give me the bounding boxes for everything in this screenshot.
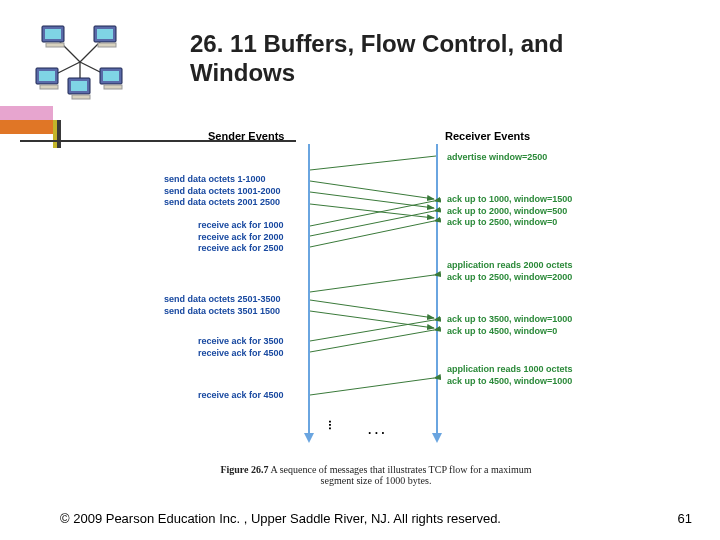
svg-line-25 xyxy=(310,211,434,236)
center-ellipsis: · · · xyxy=(368,426,385,440)
sender-group-3: send data octets 2501-3500send data octe… xyxy=(164,294,281,317)
sender-group-5: receive ack for 4500 xyxy=(198,390,284,402)
sender-group-2: receive ack for 1000receive ack for 2000… xyxy=(198,220,284,255)
figure-caption: Figure 26.7 A sequence of messages that … xyxy=(176,464,576,486)
svg-line-20 xyxy=(310,156,436,170)
svg-line-21 xyxy=(310,181,434,199)
svg-line-31 xyxy=(310,330,434,352)
svg-line-28 xyxy=(310,300,434,318)
svg-line-30 xyxy=(310,320,434,341)
svg-line-29 xyxy=(310,311,434,328)
svg-line-24 xyxy=(310,201,434,226)
page-number: 61 xyxy=(678,511,692,526)
receiver-group-1: advertise window=2500 xyxy=(447,152,547,164)
sender-group-1: send data octets 1-1000send data octets … xyxy=(164,174,281,209)
svg-line-26 xyxy=(310,221,434,247)
receiver-group-3: application reads 2000 octetsack up to 2… xyxy=(447,260,573,283)
sender-ellipsis: ··· xyxy=(323,420,337,430)
receiver-group-5: application reads 1000 octetsack up to 4… xyxy=(447,364,573,387)
copyright-text: © 2009 Pearson Education Inc. , Upper Sa… xyxy=(60,511,501,526)
message-arrows xyxy=(0,0,720,540)
receiver-group-4: ack up to 3500, window=1000ack up to 450… xyxy=(447,314,572,337)
receiver-group-2: ack up to 1000, window=1500ack up to 200… xyxy=(447,194,572,229)
caption-label: Figure 26.7 xyxy=(220,464,268,475)
sender-group-4: receive ack for 3500receive ack for 4500 xyxy=(198,336,284,359)
svg-line-27 xyxy=(310,275,434,292)
caption-text2: segment size of 1000 bytes. xyxy=(321,475,432,486)
caption-text1: A sequence of messages that illustrates … xyxy=(269,464,532,475)
svg-line-32 xyxy=(310,378,434,395)
